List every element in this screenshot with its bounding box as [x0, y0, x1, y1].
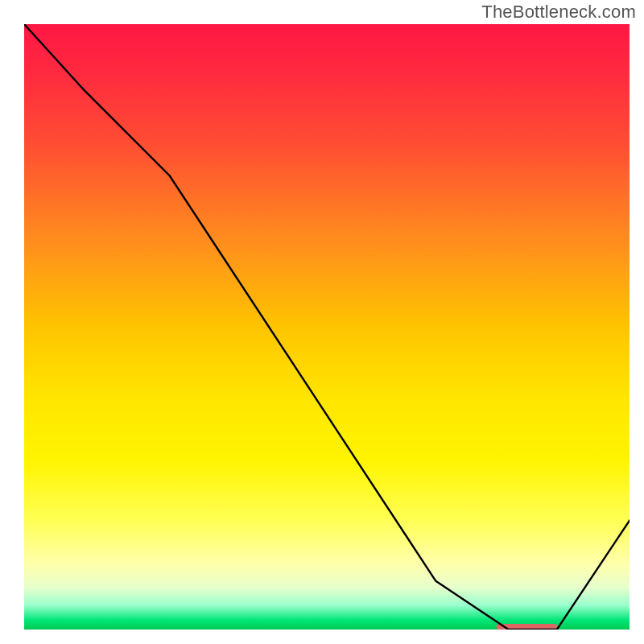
chart-svg	[24, 24, 630, 630]
watermark-text: TheBottleneck.com	[481, 2, 636, 23]
plot-area	[24, 24, 630, 630]
chart-figure: TheBottleneck.com	[0, 0, 644, 644]
gradient-background	[24, 24, 630, 630]
